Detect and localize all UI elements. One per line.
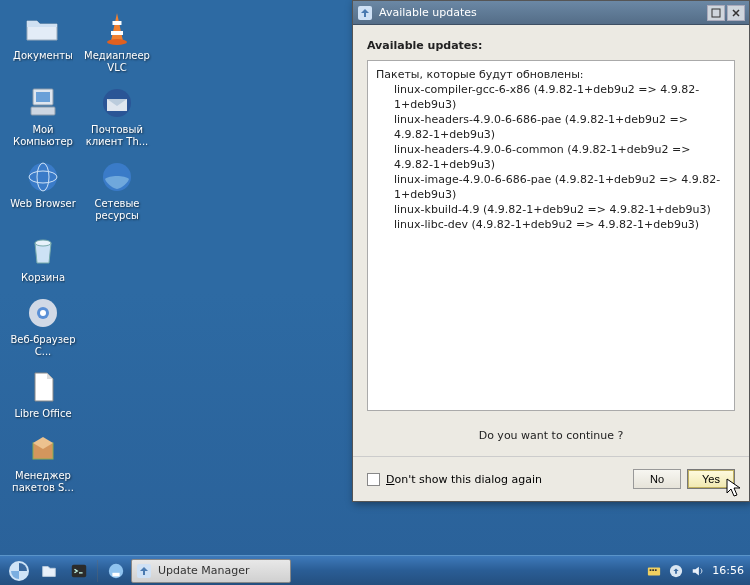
taskbar-separator	[97, 560, 98, 582]
vlc-cone-icon	[98, 10, 136, 48]
chromium-icon	[24, 294, 62, 332]
desktop[interactable]: Документы Медиаплеер VLC Мой Компьютер	[0, 0, 750, 585]
desktop-icon-label: Мой Компьютер	[8, 124, 78, 148]
desktop-icon-label: Корзина	[21, 272, 65, 284]
desktop-icon-label: Менеджер пакетов S...	[8, 470, 78, 494]
dialog-body: Available updates: Пакеты, которые будут…	[353, 25, 749, 456]
continue-question: Do you want to continue ?	[367, 411, 735, 456]
svg-rect-2	[111, 31, 123, 35]
desktop-icon-synaptic[interactable]: Менеджер пакетов S...	[6, 426, 80, 498]
desktop-icon-trash[interactable]: Корзина	[6, 228, 80, 288]
folder-icon	[24, 10, 62, 48]
taskbar: Update Manager 16:56	[0, 555, 750, 585]
globe-icon	[24, 158, 62, 196]
desktop-icon-documents[interactable]: Документы	[6, 6, 80, 78]
svg-rect-22	[112, 572, 119, 576]
desktop-icon-label: Web Browser	[10, 198, 76, 210]
updates-textpanel[interactable]: Пакеты, которые будут обновлены: linux-c…	[367, 60, 735, 411]
svg-point-3	[107, 39, 127, 45]
package-line: linux-headers-4.9.0-6-686-pae (4.9.82-1+…	[376, 112, 726, 142]
close-button[interactable]	[727, 5, 745, 21]
tray-clock[interactable]: 16:56	[712, 564, 744, 577]
desktop-icon-my-computer[interactable]: Мой Компьютер	[6, 80, 80, 152]
quick-launch-terminal[interactable]	[65, 559, 93, 583]
start-menu-button[interactable]	[5, 559, 33, 583]
desktop-icon-label: Сетевые ресурсы	[82, 198, 152, 222]
svg-rect-1	[113, 21, 122, 25]
maximize-button[interactable]	[707, 5, 725, 21]
desktop-icon-vlc[interactable]: Медиаплеер VLC	[80, 6, 154, 78]
update-dialog: Available updates Available updates: Пак…	[352, 0, 750, 502]
desktop-icon-label: Медиаплеер VLC	[82, 50, 152, 74]
desktop-icon-label: Почтовый клиент Th...	[82, 124, 152, 148]
taskbar-item-update-manager[interactable]: Update Manager	[131, 559, 291, 583]
desktop-icons: Документы Медиаплеер VLC Мой Компьютер	[6, 6, 154, 498]
package-line: linux-kbuild-4.9 (4.9.82-1+deb9u2 => 4.9…	[376, 202, 726, 217]
package-manager-icon	[24, 430, 62, 468]
svg-rect-25	[650, 569, 652, 571]
yes-button[interactable]: Yes	[687, 469, 735, 489]
dialog-footer: Don't show this dialog again No Yes	[353, 456, 749, 501]
svg-point-15	[40, 310, 46, 316]
svg-point-8	[29, 163, 57, 191]
dont-show-label[interactable]: Don't show this dialog again	[386, 473, 542, 486]
updates-list-header: Пакеты, которые будут обновлены:	[376, 67, 726, 82]
desktop-icon-libreoffice[interactable]: Libre Office	[6, 364, 80, 424]
quick-launch-files[interactable]	[35, 559, 63, 583]
dialog-title: Available updates	[379, 6, 705, 19]
thunderbird-icon	[98, 84, 136, 122]
package-line: linux-libc-dev (4.9.82-1+deb9u2 => 4.9.8…	[376, 217, 726, 232]
package-line: linux-compiler-gcc-6-x86 (4.9.82-1+deb9u…	[376, 82, 726, 112]
document-icon	[24, 368, 62, 406]
package-line: linux-headers-4.9.0-6-common (4.9.82-1+d…	[376, 142, 726, 172]
dialog-heading: Available updates:	[367, 39, 735, 52]
update-manager-icon	[136, 563, 152, 579]
desktop-icon-network[interactable]: Сетевые ресурсы	[80, 154, 154, 226]
taskbar-item-label: Update Manager	[158, 564, 250, 577]
desktop-icon-thunderbird[interactable]: Почтовый клиент Th...	[80, 80, 154, 152]
no-button[interactable]: No	[633, 469, 681, 489]
svg-rect-6	[31, 107, 55, 115]
svg-point-12	[35, 240, 51, 246]
computer-icon	[24, 84, 62, 122]
desktop-icon-web-browser[interactable]: Web Browser	[6, 154, 80, 226]
dont-show-checkbox[interactable]	[367, 473, 380, 486]
tray-updates-icon[interactable]	[668, 563, 684, 579]
desktop-icon-label: Веб-браузер C...	[8, 334, 78, 358]
svg-rect-20	[72, 564, 86, 577]
trash-icon	[24, 232, 62, 270]
svg-rect-27	[655, 569, 657, 571]
show-desktop-button[interactable]	[102, 559, 130, 583]
svg-rect-5	[36, 92, 50, 102]
svg-marker-0	[111, 13, 123, 41]
dialog-app-icon	[357, 5, 373, 21]
svg-rect-26	[653, 569, 655, 571]
package-line: linux-image-4.9.0-6-686-pae (4.9.82-1+de…	[376, 172, 726, 202]
desktop-icon-label: Libre Office	[14, 408, 71, 420]
desktop-icon-label: Документы	[13, 50, 73, 62]
svg-rect-24	[648, 567, 660, 575]
network-icon	[98, 158, 136, 196]
dialog-titlebar[interactable]: Available updates	[353, 1, 749, 25]
tray-volume-icon[interactable]	[690, 563, 706, 579]
desktop-icon-chromium[interactable]: Веб-браузер C...	[6, 290, 80, 362]
tray-keyboard-icon[interactable]	[646, 563, 662, 579]
system-tray: 16:56	[646, 563, 746, 579]
svg-rect-18	[712, 9, 720, 17]
